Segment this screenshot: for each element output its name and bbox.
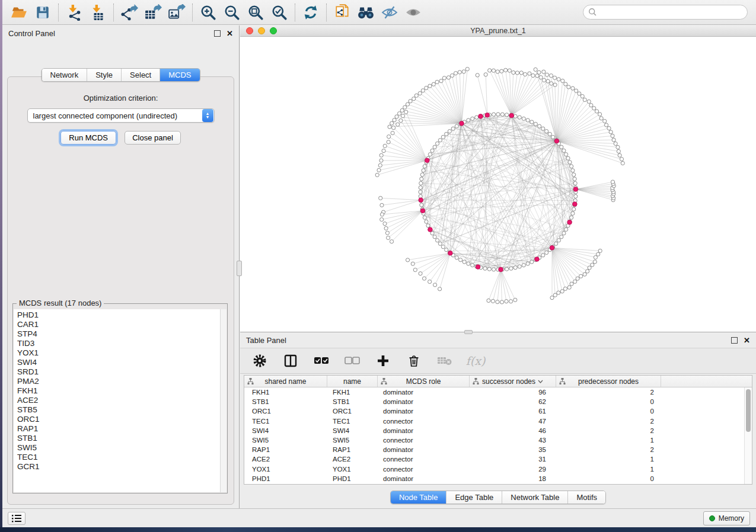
graph-leaf-node[interactable] — [512, 70, 515, 74]
graph-leaf-node[interactable] — [545, 73, 548, 76]
mcds-dominator-node[interactable] — [554, 139, 559, 143]
table-cell[interactable]: PHD1 — [244, 475, 327, 482]
graph-leaf-node[interactable] — [438, 287, 441, 291]
graph-leaf-node[interactable] — [549, 74, 553, 78]
graph-leaf-node[interactable] — [550, 296, 554, 300]
graph-node[interactable] — [448, 129, 451, 133]
zoom-out-icon[interactable] — [220, 2, 244, 23]
zoom-fit-icon[interactable] — [244, 2, 267, 23]
float-window-icon[interactable] — [214, 30, 221, 37]
graph-node[interactable] — [564, 153, 568, 156]
export-table-icon[interactable] — [141, 2, 165, 23]
graph-leaf-node[interactable] — [617, 149, 620, 153]
graph-leaf-node[interactable] — [379, 153, 383, 157]
graph-node[interactable] — [522, 117, 525, 120]
graph-leaf-node[interactable] — [387, 140, 390, 144]
table-cell[interactable]: YOX1 — [244, 466, 327, 473]
table-cell[interactable]: dominator — [378, 475, 470, 482]
clone-network-icon[interactable] — [330, 2, 354, 23]
graph-node[interactable] — [518, 116, 521, 119]
table-row[interactable]: STB1STB1dominator620 — [244, 397, 744, 406]
tab-mcds[interactable]: MCDS — [160, 69, 199, 81]
graph-leaf-node[interactable] — [528, 72, 531, 75]
graph-leaf-node[interactable] — [500, 300, 503, 304]
graph-node[interactable] — [509, 267, 513, 270]
import-table-icon[interactable] — [86, 2, 110, 23]
table-row[interactable]: FKH1FKH1dominator962 — [244, 387, 744, 397]
mcds-dominator-node[interactable] — [485, 113, 490, 117]
graph-leaf-node[interactable] — [385, 231, 389, 235]
graph-leaf-node[interactable] — [375, 173, 379, 177]
table-cell[interactable]: ACE2 — [244, 456, 327, 463]
column-header-predecessor-nodes[interactable]: predecessor nodes — [556, 376, 661, 387]
zoom-in-icon[interactable] — [196, 2, 220, 23]
graph-leaf-node[interactable] — [561, 79, 564, 82]
graph-leaf-node[interactable] — [412, 97, 416, 101]
graph-leaf-node[interactable] — [553, 83, 557, 86]
table-cell[interactable]: connector — [378, 418, 470, 425]
graph-node[interactable] — [560, 235, 563, 239]
graph-leaf-node[interactable] — [542, 78, 546, 82]
graph-leaf-node[interactable] — [583, 98, 586, 101]
close-panel-icon[interactable]: ✕ — [744, 337, 750, 344]
graph-leaf-node[interactable] — [505, 300, 508, 303]
vertical-splitter-handle[interactable] — [237, 261, 242, 276]
graph-leaf-node[interactable] — [557, 78, 560, 81]
graph-node[interactable] — [505, 267, 509, 271]
graph-leaf-node[interactable] — [496, 300, 499, 304]
mcds-result-item[interactable]: CAR1 — [17, 320, 220, 329]
mcds-dominator-node[interactable] — [479, 114, 483, 119]
graph-leaf-node[interactable] — [390, 240, 393, 243]
table-cell[interactable]: 2 — [556, 389, 661, 396]
close-panel-icon[interactable]: ✕ — [227, 30, 233, 37]
graph-leaf-node[interactable] — [393, 118, 396, 122]
graph-node[interactable] — [557, 239, 560, 242]
graph-node[interactable] — [518, 265, 521, 268]
graph-node[interactable] — [483, 267, 487, 270]
graph-leaf-node[interactable] — [404, 110, 408, 114]
table-cell[interactable]: ORC1 — [244, 408, 327, 415]
graph-leaf-node[interactable] — [578, 92, 581, 95]
table-cell[interactable]: 18 — [470, 475, 556, 482]
graph-node[interactable] — [445, 248, 448, 252]
table-cell[interactable]: connector — [378, 466, 470, 473]
graph-leaf-node[interactable] — [419, 272, 422, 275]
mcds-result-item[interactable]: SRD1 — [17, 367, 220, 377]
graph-leaf-node[interactable] — [542, 70, 546, 73]
graph-leaf-node[interactable] — [380, 217, 384, 221]
graph-leaf-node[interactable] — [508, 69, 511, 72]
graph-leaf-node[interactable] — [563, 287, 567, 290]
graph-node[interactable] — [530, 120, 534, 124]
graph-leaf-node[interactable] — [564, 82, 567, 86]
table-cell[interactable]: TEC1 — [244, 418, 327, 425]
tab-network-table[interactable]: Network Table — [502, 491, 567, 504]
find-binoculars-icon[interactable] — [354, 2, 378, 23]
table-cell[interactable]: 35 — [470, 446, 556, 453]
table-cell[interactable]: dominator — [378, 427, 470, 434]
table-cell[interactable]: RAP1 — [244, 446, 327, 453]
graph-node[interactable] — [572, 173, 576, 177]
graph-node[interactable] — [441, 245, 445, 249]
table-scrollbar-thumb[interactable] — [746, 389, 751, 432]
graph-leaf-node[interactable] — [586, 270, 589, 273]
graph-node[interactable] — [538, 124, 541, 128]
graph-leaf-node[interactable] — [504, 68, 508, 72]
graph-leaf-node[interactable] — [425, 86, 428, 89]
mcds-result-item[interactable]: STB1 — [17, 434, 220, 443]
mcds-result-item[interactable]: ORC1 — [17, 415, 220, 424]
graph-leaf-node[interactable] — [598, 113, 602, 116]
graph-leaf-node[interactable] — [380, 203, 384, 207]
graph-node[interactable] — [487, 267, 491, 271]
table-cell[interactable]: connector — [378, 437, 470, 444]
graph-leaf-node[interactable] — [446, 76, 450, 79]
graph-leaf-node[interactable] — [458, 70, 461, 74]
table-cell[interactable]: 1 — [556, 437, 661, 444]
zoom-selected-icon[interactable] — [267, 2, 291, 23]
graph-leaf-node[interactable] — [378, 164, 382, 167]
table-cell[interactable]: SWI5 — [327, 437, 378, 444]
graph-node[interactable] — [505, 113, 509, 117]
graph-node[interactable] — [451, 127, 455, 130]
graph-node[interactable] — [492, 113, 496, 116]
column-header-shared-name[interactable]: shared name — [244, 376, 327, 387]
graph-leaf-node[interactable] — [607, 126, 611, 130]
